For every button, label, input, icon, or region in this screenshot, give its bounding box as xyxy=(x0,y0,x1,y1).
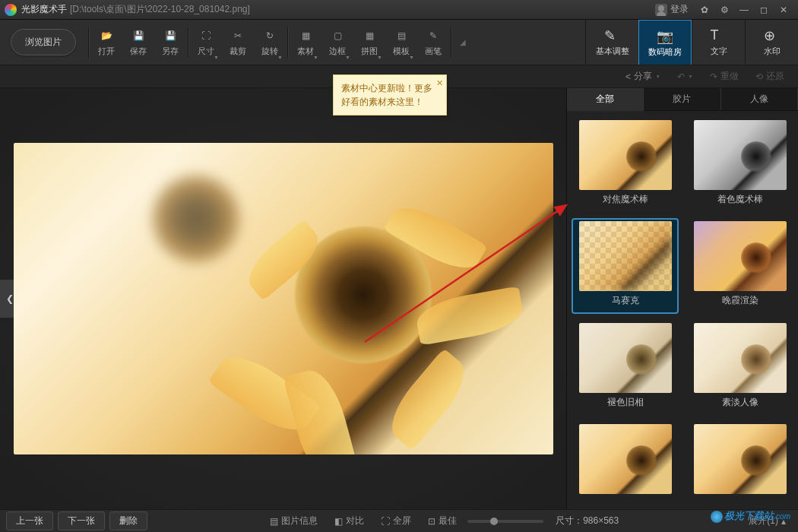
panel-tab-水印[interactable]: ⊕水印 xyxy=(745,20,798,65)
app-logo-icon xyxy=(5,4,17,16)
tool-保存[interactable]: 💾保存 xyxy=(122,22,154,63)
filter-thumbnail xyxy=(694,120,787,190)
image-info-button[interactable]: ▤图片信息 xyxy=(264,515,324,527)
panel-label: 数码暗房 xyxy=(648,46,682,58)
tool-icon: ✎ xyxy=(425,27,442,44)
redo-button[interactable]: ↷ 重做 xyxy=(705,68,743,84)
filter-thumbnail xyxy=(579,221,672,291)
tool-icon: ▦ xyxy=(297,27,314,44)
tool-尺寸[interactable]: ⛶尺寸▼ xyxy=(190,22,222,63)
compare-icon: ◧ xyxy=(334,516,343,527)
panel-tab-基本调整[interactable]: ✎基本调整 xyxy=(585,20,638,65)
login-button[interactable]: 登录 xyxy=(649,3,695,16)
filter-item-unnamed[interactable] xyxy=(572,421,679,503)
close-button[interactable]: ✕ xyxy=(774,2,793,17)
restore-icon: ⟲ xyxy=(755,71,763,82)
tool-素材[interactable]: ▦素材▼ xyxy=(290,22,321,63)
tool-icon: 💾 xyxy=(162,27,179,44)
panel-tab-数码暗房[interactable]: 📷数码暗房 xyxy=(638,20,692,65)
tool-icon: ⛶ xyxy=(198,27,214,44)
chevron-down-icon: ▼ xyxy=(377,55,382,60)
titlebar: 光影魔术手 [D:\tools\桌面\图片\2022-10-28_081042.… xyxy=(0,0,798,20)
chevron-down-icon: ▼ xyxy=(688,74,693,79)
filter-thumbnail xyxy=(694,424,787,494)
filter-thumbnail xyxy=(579,424,672,494)
tool-label: 保存 xyxy=(130,46,147,57)
tool-label: 裁剪 xyxy=(230,46,246,57)
compare-button[interactable]: ◧对比 xyxy=(328,515,370,527)
maximize-button[interactable]: ◻ xyxy=(754,2,774,17)
more-tools-button[interactable]: ◢ xyxy=(453,22,473,63)
canvas-area: ❮ xyxy=(0,88,566,509)
delete-button[interactable]: 删除 xyxy=(109,511,147,530)
material-tooltip: ✕ 素材中心更新啦！更多好看的素材来这里！ xyxy=(333,74,447,116)
tool-icon: ▦ xyxy=(361,27,378,44)
bestfit-button[interactable]: ⊡最佳 xyxy=(422,515,463,527)
minimize-button[interactable]: — xyxy=(734,2,754,17)
panel-tab-文字[interactable]: T文字 xyxy=(692,20,745,65)
filter-item-对焦魔术棒[interactable]: 对焦魔术棒 xyxy=(572,117,679,212)
zoom-slider[interactable] xyxy=(467,520,543,523)
chevron-down-icon: ▼ xyxy=(313,55,318,60)
filter-item-褪色旧相[interactable]: 褪色旧相 xyxy=(572,320,679,415)
tool-label: 旋转 xyxy=(261,46,278,57)
tool-打开[interactable]: 📂打开 xyxy=(90,22,122,63)
undo-button[interactable]: ↶ ▼ xyxy=(673,70,698,84)
panel-label: 基本调整 xyxy=(596,46,629,57)
fullscreen-icon: ⛶ xyxy=(381,516,390,527)
tooltip-close-button[interactable]: ✕ xyxy=(436,77,443,90)
tool-模板[interactable]: ▤模板▼ xyxy=(385,22,417,63)
filter-label: 马赛克 xyxy=(612,294,639,307)
browse-button[interactable]: 浏览图片 xyxy=(11,29,76,55)
tool-label: 打开 xyxy=(98,46,115,57)
tool-label: 画笔 xyxy=(425,46,442,57)
chevron-down-icon: ▼ xyxy=(277,55,283,60)
fullscreen-button[interactable]: ⛶全屏 xyxy=(375,515,417,527)
filter-item-着色魔术棒[interactable]: 着色魔术棒 xyxy=(686,117,793,212)
tool-裁剪[interactable]: ✂裁剪 xyxy=(222,22,254,63)
undo-icon: ↶ xyxy=(677,71,685,82)
chevron-down-icon: ▼ xyxy=(345,55,350,60)
filter-thumbnail xyxy=(579,323,672,393)
fit-icon: ⊡ xyxy=(428,516,435,527)
tool-边框[interactable]: ▢边框▼ xyxy=(321,22,353,63)
filter-tab-人像[interactable]: 人像 xyxy=(721,88,798,110)
chevron-down-icon: ▼ xyxy=(655,74,660,79)
filter-tab-胶片[interactable]: 胶片 xyxy=(644,88,720,110)
redo-icon: ↷ xyxy=(710,71,717,82)
skin-button[interactable]: ✿ xyxy=(695,2,714,17)
prev-button[interactable]: 上一张 xyxy=(6,511,53,530)
avatar-icon xyxy=(655,4,667,16)
tool-画笔[interactable]: ✎画笔 xyxy=(417,22,449,63)
tool-label: 边框 xyxy=(329,46,346,57)
expand-button[interactable]: 展开(1)▴ xyxy=(743,515,792,527)
login-label: 登录 xyxy=(670,3,689,16)
filter-tab-全部[interactable]: 全部 xyxy=(567,88,644,111)
tool-icon: ↻ xyxy=(261,27,278,44)
filter-thumbnail xyxy=(579,120,672,190)
filter-label: 对焦魔术棒 xyxy=(603,193,648,206)
doc-icon: ▤ xyxy=(270,516,278,527)
panel-icon: ✎ xyxy=(604,27,621,44)
filter-item-马赛克[interactable]: 马赛克 xyxy=(572,218,679,313)
tool-旋转[interactable]: ↻旋转▼ xyxy=(254,22,286,63)
status-bar: 上一张 下一张 删除 ▤图片信息 ◧对比 ⛶全屏 ⊡最佳 尺寸：986×563 … xyxy=(0,509,798,532)
effects-panel: 全部胶片人像 对焦魔术棒着色魔术棒马赛克晚霞渲染褪色旧相素淡人像 xyxy=(566,88,798,509)
panel-label: 水印 xyxy=(764,46,781,57)
filter-item-unnamed[interactable] xyxy=(686,421,793,503)
tool-拼图[interactable]: ▦拼图▼ xyxy=(353,22,385,63)
panel-label: 文字 xyxy=(711,46,727,57)
filter-label: 素淡人像 xyxy=(722,396,758,409)
tool-label: 尺寸 xyxy=(198,46,214,57)
filter-item-晚霞渲染[interactable]: 晚霞渲染 xyxy=(686,218,793,313)
next-button[interactable]: 下一张 xyxy=(58,511,105,530)
filter-thumbnail xyxy=(694,323,787,393)
tool-label: 另存 xyxy=(162,46,179,57)
panel-icon: T xyxy=(711,27,727,44)
settings-button[interactable]: ⚙ xyxy=(714,2,734,17)
share-button[interactable]: < 分享 ▼ xyxy=(621,68,665,84)
main-image[interactable] xyxy=(14,143,553,454)
filter-item-素淡人像[interactable]: 素淡人像 xyxy=(686,320,793,415)
tool-另存[interactable]: 💾另存 xyxy=(154,22,186,63)
restore-button[interactable]: ⟲ 还原 xyxy=(751,68,789,84)
